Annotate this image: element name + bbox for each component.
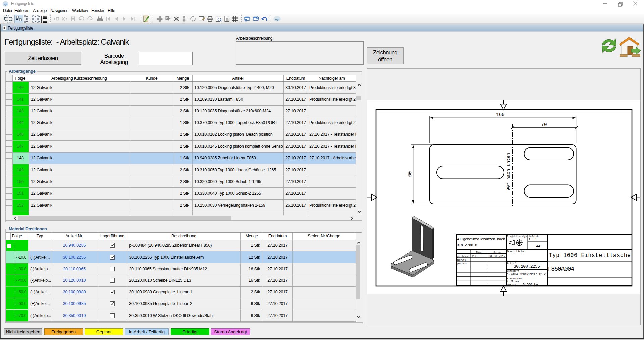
svg-text:geprüft: geprüft (457, 259, 466, 261)
svg-text:1.4404 X2CrNiMo17 12 2: 1.4404 X2CrNiMo17 12 2 (507, 272, 546, 276)
svg-text:0,300 kg: 0,300 kg (523, 283, 538, 286)
svg-text:Oberfläche: Oberfläche (507, 250, 524, 253)
svg-text:90° nach unten: 90° nach unten (506, 153, 511, 190)
svg-text:Allgemeintoleranzen nach: Allgemeintoleranzen nach (457, 237, 505, 241)
svg-text:03.03.2017: 03.03.2017 (488, 254, 505, 258)
svg-text:Maßstab: Maßstab (529, 235, 538, 238)
svg-text:Werkstoff: Werkstoff (507, 270, 519, 272)
svg-text:160: 160 (496, 112, 504, 117)
svg-text:Typ 1000 Einstelllasche: Typ 1000 Einstelllasche (549, 252, 631, 259)
svg-text:DIN 2768-m: DIN 2768-m (457, 243, 477, 247)
svg-text:Putz: Putz (472, 255, 478, 258)
svg-text:gezeichnet: gezeichnet (457, 255, 470, 258)
svg-text:30.100.2255: 30.100.2255 (514, 264, 540, 269)
svg-text:Projektionstyp: Projektionstyp (507, 235, 527, 238)
svg-text:Name: Name (476, 251, 482, 254)
svg-text:Datum: Datum (493, 251, 500, 254)
svg-text:wp: wp (275, 17, 279, 21)
svg-text:gedruckt: gedruckt (457, 263, 467, 265)
svg-text:A4: A4 (536, 245, 540, 248)
svg-text:wp: wp (4, 2, 7, 6)
svg-text:F850A004: F850A004 (548, 266, 574, 272)
svg-text:70: 70 (541, 122, 547, 127)
svg-text:1 : 1: 1 : 1 (529, 238, 537, 241)
svg-text:Gewicht: Gewicht (507, 284, 516, 286)
svg-text:60: 60 (407, 171, 413, 177)
svg-text:t=5 mm: t=5 mm (507, 280, 519, 283)
